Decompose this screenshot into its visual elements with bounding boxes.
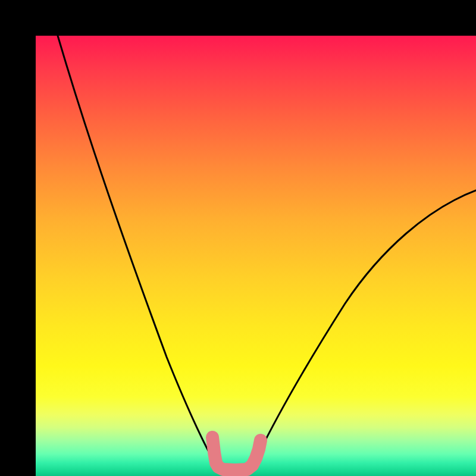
bottleneck-curve xyxy=(58,36,476,470)
chart-frame xyxy=(0,0,476,476)
highlight-segment xyxy=(212,437,261,470)
plot-area xyxy=(36,36,476,476)
curve-svg xyxy=(36,36,476,476)
